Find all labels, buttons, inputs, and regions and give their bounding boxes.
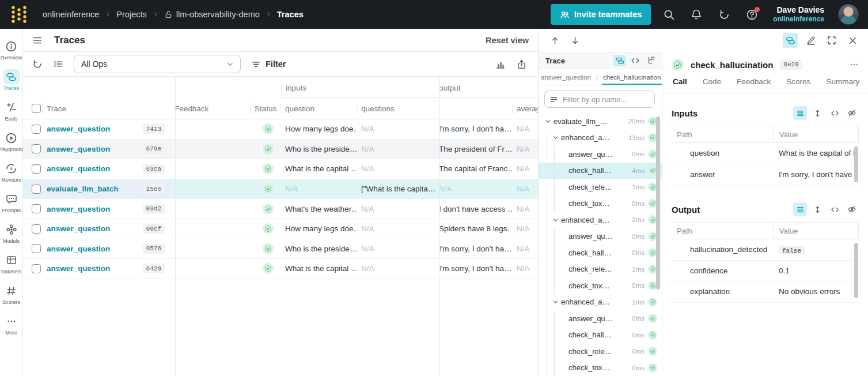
- sidebar-item-models[interactable]: Models: [0, 219, 23, 247]
- trace-op-link[interactable]: answer_question: [47, 205, 110, 213]
- trace-op-link[interactable]: answer_question: [47, 264, 110, 273]
- breadcrumb-entity[interactable]: onlineinference: [43, 10, 99, 19]
- call-tab[interactable]: Feedback: [737, 77, 771, 93]
- wandb-logo[interactable]: [10, 5, 28, 24]
- table-row[interactable]: answer_question 679e Who is the preside……: [23, 140, 538, 160]
- tree-node[interactable]: answer_qu… 0ms: [539, 228, 662, 245]
- tree-node[interactable]: check_tox… 0ms: [539, 195, 662, 212]
- value-scrollbar[interactable]: [854, 146, 858, 182]
- table-row[interactable]: answer_question 00cf How many legs doe… …: [23, 219, 538, 239]
- col-header-status[interactable]: Status: [251, 98, 281, 119]
- call-tab[interactable]: Call: [673, 77, 687, 93]
- tab-parent-op[interactable]: answer_question: [540, 74, 592, 85]
- code-view-icon[interactable]: [828, 106, 842, 120]
- chevron-down-icon[interactable]: [543, 118, 552, 125]
- hide-values-eye-off-icon[interactable]: [845, 202, 859, 216]
- export-icon[interactable]: [516, 59, 527, 70]
- row-checkbox[interactable]: [32, 144, 41, 153]
- reset-view-button[interactable]: Reset view: [486, 36, 529, 45]
- tree-node[interactable]: enhanced_a… 13ms: [539, 130, 662, 146]
- col-header-output[interactable]: [435, 98, 513, 119]
- trace-op-link[interactable]: answer_question: [47, 245, 110, 253]
- next-call-arrow-down-icon[interactable]: [570, 36, 580, 46]
- prev-call-arrow-up-icon[interactable]: [550, 36, 560, 46]
- tree-node[interactable]: check_rele… 1ms: [539, 261, 662, 278]
- hide-values-eye-off-icon[interactable]: [845, 106, 859, 120]
- edit-pencil-icon[interactable]: [803, 33, 818, 48]
- tree-node[interactable]: check_hall… 4ms: [539, 163, 662, 179]
- sidebar-item-more[interactable]: More: [0, 311, 23, 339]
- call-tab[interactable]: Summary: [826, 77, 859, 93]
- sidebar-item-traces[interactable]: Traces: [0, 66, 23, 94]
- flame-graph-icon[interactable]: [645, 55, 657, 66]
- list-view-icon[interactable]: [793, 106, 807, 120]
- col-header-feedback[interactable]: Feedback: [170, 98, 251, 119]
- table-row[interactable]: answer_question 03d2 What's the weather……: [23, 199, 538, 219]
- col-header-question[interactable]: question: [281, 98, 357, 119]
- row-checkbox[interactable]: [32, 224, 41, 234]
- chart-icon[interactable]: [495, 59, 506, 70]
- sync-history-icon[interactable]: [714, 5, 734, 24]
- code-view-icon[interactable]: [828, 202, 842, 216]
- sidebar-item-scorers[interactable]: Scorers: [0, 280, 23, 308]
- expand-rows-icon[interactable]: [810, 202, 824, 216]
- trace-op-link[interactable]: answer_question: [47, 125, 110, 133]
- breadcrumb-projects[interactable]: Projects: [116, 10, 146, 19]
- tab-active-op[interactable]: check_hallucination: [602, 74, 662, 85]
- tree-node[interactable]: evaluate_llm_… 20ms: [539, 113, 662, 130]
- value-scrollbar[interactable]: [854, 243, 858, 298]
- table-row[interactable]: answer_question 9576 Who is the preside……: [23, 239, 538, 260]
- sidebar-item-playground[interactable]: Playground: [0, 127, 23, 155]
- col-header-questions[interactable]: questions: [357, 98, 435, 119]
- table-row[interactable]: answer_question 6420 What is the capital…: [23, 259, 538, 279]
- overflow-menu-icon[interactable]: [850, 60, 859, 69]
- breadcrumb-traces[interactable]: Traces: [277, 10, 304, 19]
- tree-view-icon[interactable]: [613, 55, 626, 66]
- row-checkbox[interactable]: [32, 244, 41, 253]
- tree-scrollbar[interactable]: [656, 116, 660, 289]
- call-tab[interactable]: Code: [703, 77, 721, 93]
- row-checkbox[interactable]: [32, 204, 41, 213]
- sidebar-item-overview[interactable]: Overview: [0, 36, 23, 63]
- col-header-trace[interactable]: Trace: [43, 98, 170, 119]
- call-tab[interactable]: Scores: [786, 77, 810, 93]
- list-view-icon[interactable]: [793, 202, 807, 216]
- column-settings-icon[interactable]: [53, 59, 63, 69]
- sidebar-item-evals[interactable]: Evals: [0, 97, 23, 125]
- table-row[interactable]: answer_question 63ca What is the capital…: [23, 159, 538, 179]
- table-row[interactable]: evaluate_llm_batch 15ee N/A ["What is th…: [23, 179, 538, 200]
- help-icon[interactable]: [742, 5, 761, 24]
- trace-op-link[interactable]: evaluate_llm_batch: [47, 185, 119, 193]
- search-icon[interactable]: [659, 5, 679, 24]
- refresh-icon[interactable]: [32, 59, 43, 69]
- filter-button[interactable]: Filter: [251, 59, 286, 69]
- fullscreen-icon[interactable]: [824, 33, 839, 48]
- trace-op-link[interactable]: answer_question: [47, 164, 110, 173]
- tree-node[interactable]: check_rele… 0ms: [539, 343, 662, 360]
- tree-node[interactable]: check_rele… 1ms: [539, 179, 662, 195]
- invite-teammates-button[interactable]: Invite teammates: [551, 4, 651, 25]
- ops-filter-select[interactable]: All Ops: [74, 55, 241, 73]
- tree-node[interactable]: enhanced_a… 1ms: [539, 294, 662, 311]
- sidebar-toggle-icon[interactable]: [32, 35, 43, 46]
- user-block[interactable]: Dave Davies onlineinference: [773, 5, 824, 24]
- row-checkbox[interactable]: [32, 125, 41, 134]
- row-checkbox[interactable]: [32, 164, 41, 174]
- tree-node[interactable]: check_hall… 0ms: [539, 327, 662, 344]
- chevron-down-icon[interactable]: [551, 216, 560, 224]
- sidebar-item-datasets[interactable]: Datasets: [0, 250, 23, 277]
- row-checkbox[interactable]: [32, 264, 41, 273]
- notifications-bell-icon[interactable]: [687, 5, 706, 24]
- op-filter-box[interactable]: [544, 91, 655, 108]
- tree-node[interactable]: check_tox… 0ms: [539, 277, 662, 294]
- tree-node[interactable]: answer_qu… 0ms: [539, 310, 662, 327]
- trace-op-link[interactable]: answer_question: [47, 224, 110, 233]
- code-view-icon[interactable]: [629, 55, 642, 66]
- avatar[interactable]: [838, 4, 859, 25]
- table-row[interactable]: answer_question 7413 How many legs doe… …: [23, 119, 538, 140]
- chevron-down-icon[interactable]: [551, 298, 560, 306]
- chevron-down-icon[interactable]: [551, 134, 560, 141]
- expand-rows-icon[interactable]: [810, 106, 824, 120]
- sidebar-item-prompts[interactable]: Prompts: [0, 189, 23, 216]
- trace-view-toggle-icon[interactable]: [783, 33, 798, 48]
